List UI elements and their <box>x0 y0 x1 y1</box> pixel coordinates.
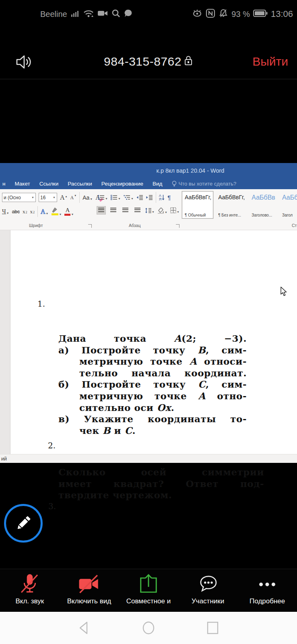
font-color-button[interactable]: А▼ <box>64 207 74 216</box>
battery-icon <box>253 9 268 19</box>
decrease-indent-button[interactable] <box>136 195 143 200</box>
font-dialog-launcher-icon[interactable] <box>88 224 92 228</box>
nav-home-button[interactable] <box>140 620 157 636</box>
subscript-button[interactable]: x2 <box>23 209 27 214</box>
participants-icon <box>196 572 220 596</box>
font-name-select[interactable]: и (Осно▼ <box>2 193 36 202</box>
wifi-icon <box>83 9 94 19</box>
font-group-label: Шрифт <box>29 223 43 228</box>
sort-button[interactable]: АЯ <box>159 194 165 201</box>
mouse-cursor <box>279 287 288 299</box>
word-title-bar: к.р 8кл вар1 20.04 - Word <box>0 163 297 178</box>
strikethrough-button[interactable]: abc <box>12 209 20 214</box>
signal-strength-icon <box>71 9 80 19</box>
annotate-button[interactable] <box>4 504 43 543</box>
list-number-2: 2. <box>48 441 56 450</box>
speaker-icon <box>14 52 33 72</box>
styles-group-label: Сти <box>292 223 297 228</box>
shrink-font-button[interactable]: A▼ <box>70 195 77 200</box>
numbered-list-button[interactable]: ▼ <box>111 195 121 200</box>
font-size-value: 16 <box>40 195 45 200</box>
phone-screen: Beeline <box>0 0 297 644</box>
more-icon <box>256 572 279 596</box>
document-line: сительно оси Ox. <box>58 402 247 414</box>
document-page[interactable]: 1. ДанаточкаA(2;−3).а)ПостройтеточкуB,си… <box>0 230 297 454</box>
zoom-bottom-toolbar: Вкл. звук Включить вид Совместное и Учас… <box>0 569 297 612</box>
line-spacing-button[interactable]: ▼ <box>145 208 155 213</box>
ribbon-group-labels: Шрифт Абзац Сти <box>0 223 297 229</box>
video-call-icon <box>97 10 108 19</box>
mic-muted-icon <box>18 572 41 596</box>
align-center-button[interactable] <box>109 206 118 215</box>
battery-percent-label: 93 % <box>231 10 250 19</box>
start-video-button[interactable]: Включить вид <box>60 569 119 612</box>
eye-comfort-icon <box>192 9 202 19</box>
tell-me-box[interactable]: Что вы хотите сделать? <box>172 181 237 187</box>
font-size-select[interactable]: 16▼ <box>39 193 57 202</box>
word-status-bar: ий <box>0 454 297 463</box>
font-name-value: и (Осно <box>4 195 21 200</box>
status-bar-left: Beeline <box>40 9 133 19</box>
borders-button[interactable]: ▼ <box>170 207 179 213</box>
problem-2-text: Сколькоосейсимметрииимеетквадрат?Ответпо… <box>58 466 264 501</box>
document-line: метричнуюточкеAотно- <box>58 390 247 402</box>
unmute-button[interactable]: Вкл. звук <box>0 569 60 612</box>
back-triangle-icon <box>76 620 92 636</box>
align-left-button[interactable] <box>97 206 106 215</box>
text-effects-button[interactable]: А▼ <box>41 208 49 215</box>
style-heading1[interactable]: АаБбВв Заголово... <box>249 191 277 219</box>
divider <box>79 192 80 203</box>
tab-references[interactable]: Ссылки <box>39 181 59 187</box>
styles-gallery: АаБбВвГг, ¶ Обычный АаБбВвГг, ¶ Без инте… <box>182 191 297 219</box>
tab-view[interactable]: Вид <box>153 181 162 187</box>
shading-button[interactable]: ▼ <box>157 207 167 214</box>
nav-back-button[interactable] <box>76 620 92 636</box>
document-line: ДанаточкаA(2;−3). <box>58 333 247 345</box>
increase-indent-button[interactable] <box>146 195 153 200</box>
document-line: в)Укажитекоординатыто- <box>58 413 247 425</box>
search-icon <box>111 9 120 19</box>
share-screen-icon <box>137 572 160 596</box>
style-no-spacing[interactable]: АаБбВвГг, ¶ Без инте... <box>215 191 247 219</box>
style-normal[interactable]: АаБбВвГг, ¶ Обычный <box>182 191 213 219</box>
word-window: к.р 8кл вар1 20.04 - Word н Макет Ссылки… <box>0 163 297 463</box>
leave-meeting-button[interactable]: Выйти <box>252 55 288 68</box>
more-button[interactable]: Подробнее <box>237 569 297 612</box>
word-document-title: к.р 8кл вар1 20.04 - Word <box>157 167 225 174</box>
tell-me-label: Что вы хотите сделать? <box>179 181 237 187</box>
notifications-muted-icon <box>219 8 228 20</box>
paragraph-dialog-launcher-icon[interactable] <box>176 224 179 228</box>
android-status-bar: Beeline <box>0 0 297 28</box>
grow-font-button[interactable]: A▲ <box>60 194 68 201</box>
video-muted-icon <box>76 572 101 596</box>
show-formatting-marks-button[interactable]: ¶ <box>167 194 171 200</box>
bullet-list-button[interactable]: ▼ <box>98 195 108 200</box>
tab-design-partial[interactable]: н <box>2 181 5 187</box>
participants-button[interactable]: Участники <box>178 569 238 612</box>
clock-label: 13:06 <box>271 9 293 19</box>
paragraph-group-label: Абзац <box>129 223 140 228</box>
justify-button[interactable] <box>133 206 142 215</box>
tab-mailings[interactable]: Рассылки <box>68 181 92 187</box>
tab-review[interactable]: Рецензирование <box>101 181 143 187</box>
page-margin-strip <box>0 230 10 454</box>
meeting-id-label: 984-315-8762 <box>104 55 182 68</box>
share-screen-button[interactable]: Совместное и <box>119 569 178 612</box>
nav-recents-button[interactable] <box>205 620 221 636</box>
align-right-button[interactable] <box>121 206 130 215</box>
zoom-meeting-header: 984-315-8762 Выйти <box>0 44 297 79</box>
change-case-button[interactable]: Aa▼ <box>82 195 93 200</box>
document-line: имеетквадрат?Ответпод- <box>58 478 264 490</box>
underline-button[interactable]: Ч▼ <box>2 208 9 215</box>
superscript-button[interactable]: x2 <box>30 209 35 214</box>
tab-layout[interactable]: Макет <box>14 181 30 187</box>
meeting-id: 984-315-8762 <box>104 55 193 68</box>
style-heading2[interactable]: АаБб Загол <box>279 191 297 219</box>
carrier-label: Beeline <box>40 10 67 19</box>
message-icon <box>124 9 133 19</box>
highlight-color-button[interactable]: ▼ <box>52 208 62 216</box>
word-ribbon-tabs: н Макет Ссылки Рассылки Рецензирование В… <box>0 178 297 189</box>
multilevel-list-button[interactable]: ▼ <box>124 195 134 200</box>
speaker-toggle-button[interactable] <box>14 52 33 73</box>
chevron-down-icon: ▼ <box>31 196 34 199</box>
